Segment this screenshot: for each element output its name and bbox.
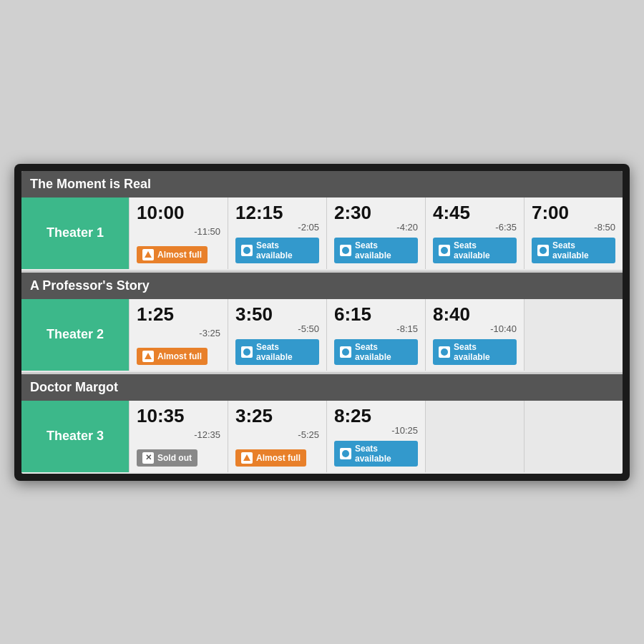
status-text: Almost full: [157, 351, 202, 361]
showing-time: 12:15: [235, 203, 319, 222]
showing-end-time: -3:25: [137, 328, 220, 338]
showing-end-time: -8:50: [532, 222, 615, 233]
movie-section-0: The Moment is RealTheater 110:00-11:50Al…: [21, 171, 623, 269]
status-badge[interactable]: Almost full: [137, 348, 208, 365]
showing-cell-0: 10:35-12:35✕Sold out: [129, 401, 228, 472]
triangle-icon: [241, 452, 253, 464]
movie-section-1: A Professor's StoryTheater 21:25-3:25Alm…: [21, 273, 623, 371]
screen-frame: The Moment is RealTheater 110:00-11:50Al…: [14, 164, 630, 481]
status-badge[interactable]: Almost full: [235, 449, 306, 467]
movie-title-bar: A Professor's Story: [21, 273, 623, 299]
showing-time: 8:40: [433, 305, 517, 323]
status-text: Almost full: [157, 250, 202, 260]
showing-cell-3: [425, 401, 524, 472]
showing-cell-2: 8:25-10:25Seats available: [326, 401, 425, 472]
status-text: Seats available: [256, 342, 313, 362]
status-text: Seats available: [552, 240, 610, 260]
showing-end-time: -10:40: [433, 323, 517, 334]
circle-icon: [241, 245, 253, 256]
showing-cell-1: 3:25-5:25Almost full: [228, 401, 326, 472]
showings-row: Theater 21:25-3:25Almost full3:50-5:50Se…: [21, 299, 623, 371]
status-text: Seats available: [355, 240, 412, 260]
showing-time: 2:30: [334, 203, 418, 222]
status-badge[interactable]: Seats available: [532, 238, 615, 263]
showing-end-time: -11:50: [137, 226, 220, 237]
showing-cell-3: 8:40-10:40Seats available: [425, 299, 524, 371]
showing-cell-1: 3:50-5:50Seats available: [228, 299, 326, 371]
showing-end-time: -5:50: [235, 323, 319, 334]
movie-title-bar: The Moment is Real: [21, 171, 623, 197]
showing-cell-0: 10:00-11:50Almost full: [129, 197, 228, 269]
theater-label: Theater 3: [21, 401, 129, 472]
showing-cell-4: [524, 299, 623, 371]
status-badge[interactable]: Seats available: [334, 339, 418, 365]
status-badge[interactable]: Seats available: [235, 238, 319, 263]
showing-cell-4: [524, 401, 623, 472]
showing-cell-3: 4:45-6:35Seats available: [425, 197, 524, 269]
status-text: Seats available: [454, 240, 511, 260]
showing-end-time: -12:35: [137, 429, 220, 440]
showing-cell-2: 6:15-8:15Seats available: [326, 299, 425, 371]
circle-icon: [439, 346, 450, 358]
showing-time: 8:25: [334, 406, 418, 425]
showing-time: 10:00: [137, 203, 220, 222]
screen-inner: The Moment is RealTheater 110:00-11:50Al…: [21, 171, 623, 474]
showing-cell-2: 2:30-4:20Seats available: [326, 197, 425, 269]
showing-end-time: -6:35: [433, 222, 517, 233]
circle-icon: [241, 346, 253, 358]
showing-end-time: -10:25: [334, 425, 418, 436]
theater-label: Theater 1: [21, 197, 129, 269]
showing-end-time: -5:25: [235, 429, 319, 440]
showings-row: Theater 310:35-12:35✕Sold out3:25-5:25Al…: [21, 401, 623, 472]
showing-end-time: -8:15: [334, 323, 418, 334]
showing-time: 10:35: [137, 406, 220, 425]
circle-icon: [340, 448, 351, 459]
showing-cell-4: 7:00-8:50Seats available: [524, 197, 623, 269]
circle-icon: [340, 346, 351, 358]
showing-cell-1: 12:15-2:05Seats available: [228, 197, 326, 269]
status-text: Seats available: [355, 342, 412, 362]
x-icon: ✕: [142, 452, 154, 464]
status-badge[interactable]: Seats available: [334, 238, 418, 263]
status-badge[interactable]: Seats available: [433, 339, 517, 365]
status-badge[interactable]: Seats available: [433, 238, 517, 263]
circle-icon: [340, 245, 351, 256]
showing-time: 6:15: [334, 305, 418, 323]
showing-time: 1:25: [137, 305, 220, 323]
circle-icon: [537, 245, 549, 256]
status-text: Sold out: [157, 453, 192, 463]
status-text: Seats available: [355, 444, 412, 464]
showing-end-time: -2:05: [235, 222, 319, 233]
status-text: Seats available: [454, 342, 511, 362]
status-text: Almost full: [256, 453, 301, 463]
status-badge[interactable]: ✕Sold out: [137, 449, 197, 467]
status-badge[interactable]: Seats available: [235, 339, 319, 365]
status-badge[interactable]: Seats available: [334, 441, 418, 467]
showing-time: 3:25: [235, 406, 319, 425]
status-badge[interactable]: Almost full: [137, 246, 208, 263]
movie-section-2: Doctor MargotTheater 310:35-12:35✕Sold o…: [21, 374, 623, 472]
showing-time: 3:50: [235, 305, 319, 323]
triangle-icon: [142, 351, 154, 362]
showing-cell-0: 1:25-3:25Almost full: [129, 299, 228, 371]
circle-icon: [439, 245, 450, 256]
movie-title-bar: Doctor Margot: [21, 374, 623, 401]
status-text: Seats available: [256, 240, 313, 260]
showings-row: Theater 110:00-11:50Almost full12:15-2:0…: [21, 197, 623, 269]
theater-label: Theater 2: [21, 299, 129, 371]
showing-time: 4:45: [433, 203, 517, 222]
showing-end-time: -4:20: [334, 222, 418, 233]
showing-time: 7:00: [532, 203, 615, 222]
triangle-icon: [142, 249, 154, 260]
